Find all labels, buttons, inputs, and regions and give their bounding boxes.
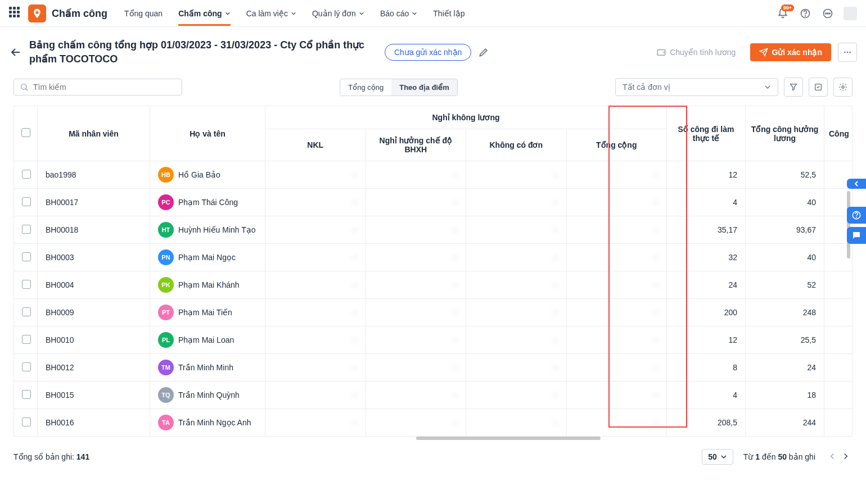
header-subtotal: Tổng cộng	[566, 129, 667, 161]
nav-links: Tổng quan Chấm công Ca làm việc Quản lý …	[124, 1, 776, 26]
nav-requests[interactable]: Quản lý đơn	[312, 1, 364, 26]
actual-work-cell: 24	[667, 271, 746, 299]
row-checkbox[interactable]	[22, 390, 31, 399]
send-confirm-button[interactable]: Gửi xác nhận	[750, 43, 831, 61]
row-checkbox[interactable]	[22, 307, 31, 316]
edit-icon[interactable]	[478, 47, 489, 58]
prev-page-button[interactable]	[826, 450, 839, 464]
select-all-checkbox[interactable]	[21, 128, 30, 137]
nav-shifts[interactable]: Ca làm việc	[246, 1, 296, 26]
subtotal-cell: --	[566, 299, 667, 326]
actual-work-cell: 35,17	[667, 216, 746, 244]
no-request-cell: --	[466, 409, 567, 437]
actual-work-cell: 4	[667, 189, 746, 216]
emp-name-cell: HT Huỳnh Hiếu Minh Tạo	[150, 216, 265, 244]
row-checkbox[interactable]	[22, 225, 31, 234]
settings-button[interactable]	[833, 78, 853, 97]
side-chat-button[interactable]	[847, 227, 866, 244]
export-button[interactable]	[809, 78, 828, 97]
row-checkbox-cell	[14, 189, 38, 216]
nav-settings[interactable]: Thiết lập	[433, 1, 464, 26]
table-row[interactable]: BH00018 HT Huỳnh Hiếu Minh Tạo -- -- -- …	[14, 216, 853, 244]
bhxh-cell: --	[366, 382, 466, 409]
total-count: 141	[76, 452, 89, 461]
paid-work-cell: 93,67	[746, 216, 824, 244]
side-collapse-button[interactable]	[847, 179, 866, 189]
horizontal-scrollbar[interactable]	[13, 437, 853, 441]
total-label: Tổng số bản ghi:	[13, 452, 74, 461]
table-row[interactable]: bao1998 HB Hồ Gia Bảo -- -- -- -- 12 52,…	[14, 161, 853, 189]
help-icon[interactable]	[799, 7, 812, 20]
row-checkbox[interactable]	[22, 252, 31, 261]
row-checkbox[interactable]	[22, 170, 31, 179]
avatar[interactable]	[844, 7, 857, 20]
nav-label: Thiết lập	[433, 9, 464, 18]
actual-work-cell: 12	[667, 326, 746, 354]
svg-point-1	[805, 15, 806, 16]
notification-bell-icon[interactable]: 99+	[776, 7, 790, 20]
no-request-cell: --	[466, 271, 567, 299]
row-checkbox[interactable]	[22, 335, 31, 344]
footer-bar: Tổng số bản ghi: 141 50 Từ 1 đến 50 bản …	[0, 441, 866, 473]
row-checkbox-cell	[14, 244, 38, 271]
more-actions-button[interactable]	[838, 43, 857, 62]
page-header: Bảng chấm công tổng hợp 01/03/2023 - 31/…	[0, 27, 866, 78]
bhxh-cell: --	[366, 161, 466, 189]
page-size-value: 50	[708, 452, 717, 461]
row-checkbox[interactable]	[22, 197, 31, 206]
bhxh-cell: --	[366, 354, 466, 382]
row-checkbox-cell	[14, 216, 38, 244]
search-input-wrapper[interactable]	[13, 79, 182, 96]
nav-reports[interactable]: Báo cáo	[380, 1, 417, 26]
app-title: Chấm công	[52, 7, 107, 20]
table-row[interactable]: BH0003 PN Phạm Mai Ngọc -- -- -- -- 32 4…	[14, 244, 853, 271]
avatar: HT	[158, 222, 174, 238]
row-checkbox-cell	[14, 354, 38, 382]
nav-timekeeping[interactable]: Chấm công	[178, 1, 230, 26]
table-row[interactable]: BH0012 TM Trần Minh Minh -- -- -- -- 8 2…	[14, 354, 853, 382]
table-row[interactable]: BH0009 PT Phạm Mai Tiến -- -- -- -- 200 …	[14, 299, 853, 326]
transfer-salary-button[interactable]: Chuyển tính lương	[648, 43, 743, 62]
table-row[interactable]: BH0016 TA Trần Minh Ngọc Anh -- -- -- --…	[14, 409, 853, 437]
chat-icon[interactable]	[821, 7, 835, 20]
wallet-icon	[656, 47, 666, 57]
emp-code-cell: BH0010	[38, 326, 150, 354]
emp-name-cell: PL Phạm Mai Loan	[150, 326, 265, 354]
table-row[interactable]: BH00017 PC Phạm Thái Công -- -- -- -- 4 …	[14, 189, 853, 216]
header-paid-work: Tổng công hưởng lương	[746, 106, 824, 161]
unit-select[interactable]: Tất cả đơn vị	[615, 78, 778, 96]
back-arrow-icon[interactable]	[9, 46, 22, 59]
row-checkbox[interactable]	[22, 362, 31, 371]
page-title: Bảng chấm công tổng hợp 01/03/2023 - 31/…	[29, 38, 378, 66]
filter-button[interactable]	[784, 78, 803, 97]
table-container: Mã nhân viên Họ và tên Nghỉ không lương …	[0, 106, 866, 437]
header-cong: Công	[824, 106, 853, 161]
side-help-button[interactable]	[847, 207, 866, 224]
table-row[interactable]: BH0015 TQ Trần Minh Quỳnh -- -- -- -- 4 …	[14, 382, 853, 409]
page-size-select[interactable]: 50	[702, 449, 733, 465]
tab-by-location[interactable]: Theo địa điểm	[391, 79, 457, 96]
row-checkbox-cell	[14, 326, 38, 354]
emp-name-cell: PN Phạm Mai Ngọc	[150, 244, 265, 271]
emp-name: Trần Minh Minh	[178, 363, 233, 372]
actual-work-cell: 200	[667, 299, 746, 326]
header-no-request: Không có đơn	[466, 129, 567, 161]
emp-name: Phạm Mai Khánh	[178, 280, 240, 289]
paid-work-cell: 18	[746, 382, 824, 409]
row-checkbox[interactable]	[22, 417, 31, 426]
row-checkbox[interactable]	[22, 280, 31, 289]
search-input[interactable]	[33, 83, 176, 92]
svg-point-5	[829, 13, 831, 14]
bhxh-cell: --	[366, 326, 466, 354]
row-checkbox-cell	[14, 271, 38, 299]
nav-overview[interactable]: Tổng quan	[124, 1, 163, 26]
table-row[interactable]: BH0004 PK Phạm Mai Khánh -- -- -- -- 24 …	[14, 271, 853, 299]
table-row[interactable]: BH0010 PL Phạm Mai Loan -- -- -- -- 12 2…	[14, 326, 853, 354]
app-logo[interactable]	[28, 4, 46, 22]
avatar: PL	[158, 332, 174, 348]
apps-grid-icon[interactable]	[9, 7, 22, 20]
tab-total[interactable]: Tổng cộng	[340, 79, 391, 96]
next-page-button[interactable]	[839, 450, 853, 464]
chevron-down-icon	[359, 11, 364, 16]
row-checkbox-cell	[14, 409, 38, 437]
